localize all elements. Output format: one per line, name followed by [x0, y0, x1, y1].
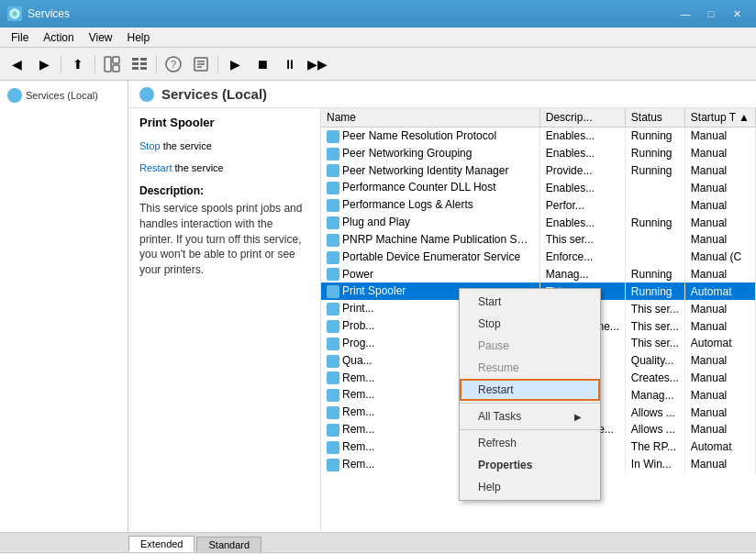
service-icon — [327, 164, 339, 177]
service-icon — [327, 182, 339, 194]
window-title: Services — [28, 7, 70, 20]
col-startup[interactable]: Startup T ▲ — [684, 108, 755, 127]
cell-desc: This ser... — [539, 231, 625, 249]
service-icon — [327, 130, 339, 143]
table-row[interactable]: Peer Networking Identity ManagerProvide.… — [321, 162, 756, 180]
table-header-row: Name Descrip... Status Startup T ▲ — [321, 108, 756, 127]
restart-link[interactable]: Restart — [139, 162, 172, 173]
table-row[interactable]: Performance Counter DLL HostEnables...Ma… — [321, 179, 756, 196]
service-icon — [327, 148, 339, 161]
stop-button[interactable]: ⏹ — [250, 51, 275, 77]
cell-startup: Manual — [684, 300, 755, 317]
table-row[interactable]: Plug and PlayEnables...RunningManual — [321, 214, 756, 231]
properties-button[interactable] — [188, 51, 214, 77]
cell-status: Manag... — [625, 386, 684, 404]
ctx-sep-r6 — [460, 429, 600, 430]
cell-name: Plug and Play — [321, 214, 539, 231]
ctx-item-stop[interactable]: Stop — [460, 313, 600, 335]
cell-startup: Manual — [684, 196, 755, 214]
cell-startup: Automat — [684, 438, 755, 456]
ctx-label: All Tasks — [478, 410, 521, 423]
tab-extended[interactable]: Extended — [128, 536, 195, 552]
service-icon — [327, 389, 339, 402]
ctx-item-properties[interactable]: Properties — [460, 454, 600, 476]
ctx-item-refresh[interactable]: Refresh — [460, 432, 600, 454]
table-row[interactable]: Peer Name Resolution ProtocolEnables...R… — [321, 127, 756, 145]
cell-startup: Manual — [684, 127, 755, 145]
col-name[interactable]: Name — [321, 108, 539, 127]
ctx-item-start[interactable]: Start — [460, 291, 600, 313]
help-button[interactable]: ? — [161, 51, 186, 77]
table-row[interactable]: Portable Device Enumerator ServiceEnforc… — [321, 249, 756, 266]
ctx-label: Stop — [478, 317, 501, 330]
cell-name: PNRP Machine Name Publication Service — [321, 231, 539, 249]
table-row[interactable]: Performance Logs & AlertsPerfor...Manual — [321, 196, 756, 214]
toolbar-sep-3 — [156, 55, 157, 73]
maximize-button[interactable]: □ — [699, 5, 723, 23]
cell-status — [625, 179, 684, 196]
sidebar-header[interactable]: Services (Local) — [4, 84, 124, 106]
context-menu: StartStopPauseResumeRestartAll Tasks▶Ref… — [459, 288, 601, 501]
service-name: Print Spooler — [139, 116, 309, 129]
cell-startup: Manual (C — [684, 249, 755, 266]
toolbar-sep-2 — [94, 55, 95, 73]
svg-rect-5 — [140, 58, 147, 61]
cell-name: Power — [321, 266, 539, 283]
menu-help[interactable]: Help — [120, 29, 158, 46]
cell-status: Allows ... — [625, 404, 684, 421]
cell-desc: Enables... — [539, 127, 625, 145]
main-container: Services (Local) Services (Local) Print … — [0, 81, 756, 532]
cell-name: Peer Networking Grouping — [321, 145, 539, 162]
cell-name: Peer Networking Identity Manager — [321, 162, 539, 180]
ctx-item-all-tasks[interactable]: All Tasks▶ — [460, 405, 600, 427]
menu-action[interactable]: Action — [36, 29, 81, 46]
ctx-item-help[interactable]: Help — [460, 476, 600, 498]
back-button[interactable]: ◀ — [4, 51, 29, 77]
cell-status: This ser... — [625, 300, 684, 317]
restart-button[interactable]: ▶▶ — [305, 51, 330, 77]
services-header-icon — [139, 87, 154, 102]
ctx-item-restart[interactable]: Restart — [460, 379, 600, 401]
col-status[interactable]: Status — [625, 108, 684, 127]
tab-standard[interactable]: Standard — [196, 537, 261, 552]
service-icon — [327, 285, 339, 298]
cell-status: Quality... — [625, 352, 684, 370]
toolbar-sep-4 — [217, 55, 218, 73]
cell-name: Peer Name Resolution Protocol — [321, 127, 539, 145]
cell-status — [625, 231, 684, 249]
menu-file[interactable]: File — [4, 29, 36, 46]
col-desc[interactable]: Descrip... — [539, 108, 625, 127]
menu-bar: File Action View Help — [0, 28, 756, 48]
svg-rect-6 — [132, 62, 139, 65]
up-button[interactable]: ⬆ — [65, 51, 91, 77]
pause-button[interactable]: ⏸ — [277, 51, 303, 77]
svg-rect-2 — [113, 57, 119, 63]
cell-status — [625, 249, 684, 266]
forward-button[interactable]: ▶ — [31, 51, 57, 77]
ctx-item-pause[interactable]: Pause — [460, 335, 600, 357]
table-row[interactable]: PNRP Machine Name Publication ServiceThi… — [321, 231, 756, 249]
window-controls: — □ ✕ — [673, 5, 749, 23]
sidebar-label: Services (Local) — [26, 90, 98, 101]
ctx-arrow: ▶ — [574, 412, 582, 422]
details-button[interactable] — [127, 51, 152, 77]
minimize-button[interactable]: — — [673, 5, 697, 23]
ctx-label: Properties — [478, 459, 532, 471]
ctx-item-resume[interactable]: Resume — [460, 357, 600, 379]
service-icon — [327, 303, 339, 316]
cell-startup: Automat — [684, 283, 755, 300]
cell-status: Running — [625, 145, 684, 162]
play-button[interactable]: ▶ — [222, 51, 248, 77]
table-row[interactable]: PowerManag...RunningManual — [321, 266, 756, 283]
cell-startup: Manual — [684, 352, 755, 370]
cell-status: Running — [625, 214, 684, 231]
close-button[interactable]: ✕ — [725, 5, 749, 23]
sidebar: Services (Local) — [0, 81, 128, 532]
menu-view[interactable]: View — [82, 29, 120, 46]
restart-text: the service — [172, 162, 223, 173]
stop-link[interactable]: Stop — [139, 140, 161, 151]
cell-startup: Manual — [684, 214, 755, 231]
table-row[interactable]: Peer Networking GroupingEnables...Runnin… — [321, 145, 756, 162]
services-header-title: Services (Local) — [161, 86, 267, 102]
show-hide-tree-button[interactable] — [99, 51, 125, 77]
